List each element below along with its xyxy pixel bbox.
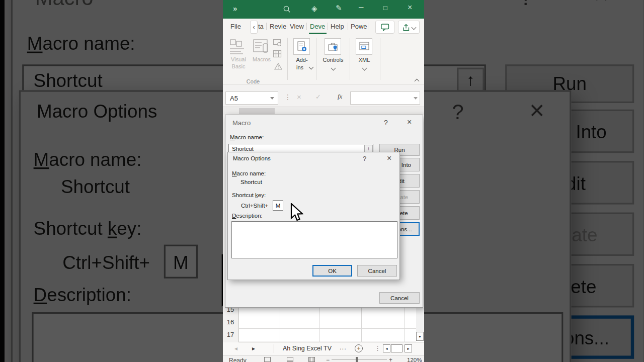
tab-scroll-left-button[interactable]: ‹ — [250, 21, 258, 34]
close-icon[interactable]: × — [387, 154, 391, 163]
tab-data-partial[interactable]: ta — [258, 23, 264, 30]
name-box[interactable]: A5 — [225, 92, 278, 105]
accel: M — [232, 170, 237, 176]
description-label: Description: — [232, 213, 263, 219]
macro-name-label-accel: M — [27, 34, 43, 53]
macro-cancel-button[interactable]: Cancel — [379, 292, 420, 304]
tab-help[interactable]: Help — [331, 23, 344, 30]
ok-button[interactable]: OK — [312, 265, 352, 277]
premium-diamond-icon[interactable]: ◈ — [311, 5, 317, 13]
formula-bar-grip-icon: ⋮ — [284, 93, 291, 101]
help-icon[interactable]: ? — [363, 155, 366, 162]
macros-icon — [253, 39, 271, 54]
page-break-view-icon[interactable] — [308, 357, 315, 362]
row-header-16[interactable]: 16 — [223, 318, 238, 326]
zoom-out-button[interactable]: − — [326, 356, 330, 362]
rest: ey: — [258, 192, 266, 198]
macro-list-scroll-up-button[interactable]: ↑ — [364, 145, 373, 152]
name-box-dropdown-icon[interactable] — [270, 97, 274, 100]
zoom-slider-thumb[interactable] — [356, 357, 358, 362]
rest: escription: — [47, 285, 131, 304]
quick-access-overflow-icon[interactable]: » — [233, 5, 237, 13]
shortcut-prefix: Ctrl+Shift+ — [241, 203, 268, 209]
sheet-scroll-thumb[interactable] — [391, 344, 403, 352]
macro-options-title: Macro Options — [37, 102, 157, 121]
comments-button[interactable] — [375, 21, 394, 34]
sheet-tab-name[interactable]: Ah Sing Excel TV — [283, 345, 332, 352]
close-button[interactable]: × — [408, 4, 412, 12]
row-header-17[interactable]: 17 — [223, 331, 238, 338]
formula-input[interactable] — [350, 92, 420, 105]
normal-view-icon[interactable] — [264, 357, 271, 362]
close-icon[interactable]: × — [407, 118, 412, 127]
macro-name-label: Macro name: — [230, 134, 264, 140]
sheet-scroll-left-button[interactable]: ◂ — [383, 344, 390, 352]
macro-name-label-rest: acro name: — [235, 134, 264, 140]
insert-function-icon[interactable]: fx — [338, 93, 342, 101]
chevron-down-icon — [362, 66, 367, 71]
formula-enter-icon: ✓ — [315, 93, 321, 101]
zoom-in-button[interactable]: + — [389, 356, 392, 362]
maximize-button[interactable]: □ — [383, 4, 387, 12]
macros-button: Macros — [246, 56, 277, 62]
tab-power-partial[interactable]: Powe — [351, 23, 367, 30]
ribbon-developer: Visual Basic Macros Code — [223, 35, 424, 84]
help-icon[interactable]: ? — [384, 119, 388, 127]
pre: Shortcut — [34, 219, 108, 238]
accel: k — [108, 219, 117, 238]
macro-name-value: Shortcut — [232, 146, 254, 152]
status-ready: Ready — [229, 357, 247, 362]
collapse-ribbon-chevron-icon[interactable] — [415, 79, 420, 84]
tab-file[interactable]: File — [230, 23, 241, 30]
minimize-button[interactable]: – — [359, 3, 363, 11]
vertical-scrollbar-track[interactable] — [416, 308, 424, 332]
description-textarea[interactable] — [231, 221, 397, 258]
accel: M — [34, 150, 49, 169]
visual-basic-button-line2: Basic — [223, 63, 254, 69]
tab-separator — [368, 23, 368, 30]
formula-expand-icon[interactable] — [414, 97, 418, 100]
formula-bar: A5 ⋮ × ✓ fx — [223, 84, 424, 107]
controls-button[interactable]: Controls — [319, 57, 347, 63]
sheet-nav-right-icon[interactable]: ▸ — [252, 345, 255, 352]
chevron-down-icon — [331, 66, 336, 71]
draw-pen-icon[interactable]: ✎ — [336, 4, 342, 12]
tab-developer-active[interactable]: Deve — [310, 23, 325, 30]
new-sheet-button[interactable]: + — [355, 344, 363, 352]
controls-icon — [325, 38, 341, 55]
sheet-bar-separator — [274, 344, 274, 353]
chevron-left-icon: ‹ — [253, 24, 255, 31]
share-icon — [402, 24, 410, 31]
search-icon[interactable] — [283, 5, 291, 13]
sheet-nav-left-icon[interactable]: ◂ — [234, 345, 237, 352]
zoom-slider-track[interactable] — [332, 359, 387, 360]
shortcut-key-input[interactable]: M — [273, 200, 283, 211]
share-button[interactable] — [398, 21, 420, 34]
tab-review-partial[interactable]: Revie — [270, 23, 286, 30]
add-ins-button[interactable]: Add- — [290, 57, 313, 63]
add-ins-icon — [293, 38, 310, 55]
sheet-bar-dots-icon: ⋮ — [374, 344, 381, 352]
record-macro-icon — [273, 39, 282, 47]
name-box-value: A5 — [230, 95, 238, 102]
scroll-down-button[interactable]: ▼ — [416, 332, 424, 341]
page-layout-view-icon[interactable] — [287, 357, 293, 362]
options-macro-name-label: Macro name: — [232, 170, 266, 176]
ribbon-tab-row: File ‹ ta Revie View Deve Help Powe — [223, 19, 424, 35]
help-icon: ? — [520, 0, 532, 10]
tab-separator — [348, 23, 348, 30]
active-tab-underline — [309, 33, 327, 34]
xml-button[interactable]: XML — [353, 57, 376, 63]
tab-view[interactable]: View — [290, 23, 304, 30]
sheet-scroll-right-button[interactable]: ▸ — [405, 344, 412, 352]
help-icon: ? — [452, 100, 464, 124]
add-ins-button-line2[interactable]: ins — [288, 64, 311, 70]
rest: ey: — [117, 219, 141, 238]
zoom-level[interactable]: 120% — [407, 357, 422, 362]
ribbon-separator — [350, 38, 350, 80]
chevron-down-icon — [412, 25, 417, 30]
video-frame: » ◈ ✎ – □ × File ‹ ta Revie View Deve He… — [0, 0, 644, 362]
options-cancel-button[interactable]: Cancel — [357, 265, 397, 277]
macro-options-title: Macro Options — [233, 155, 271, 161]
sheet-tab-more[interactable]: ... — [340, 343, 347, 351]
